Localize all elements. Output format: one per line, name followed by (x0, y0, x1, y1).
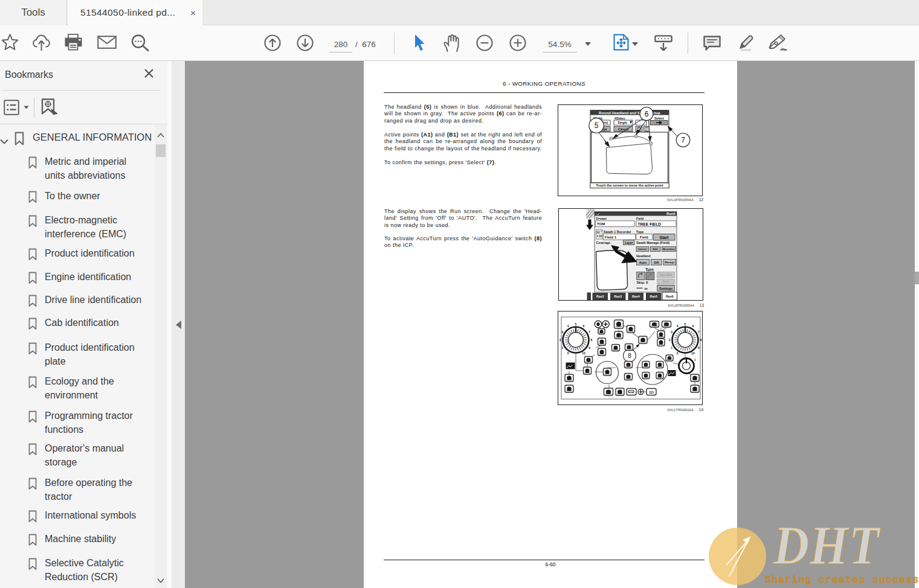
svg-text:1: 1 (694, 359, 696, 362)
svg-text:Manage: Manage (665, 261, 675, 264)
svg-text:2: 2 (669, 338, 671, 342)
svg-text:Field: Field (640, 235, 648, 239)
svg-text:Settings: Settings (659, 287, 672, 290)
svg-text:Layer: Layer (625, 241, 633, 244)
svg-text:Run3: Run3 (614, 295, 622, 298)
svg-text:#Sides: #Sides (614, 117, 625, 120)
svg-text:Edit: Edit (653, 248, 659, 251)
svg-text:5: 5 (575, 322, 577, 326)
svg-text:6: 6 (692, 324, 694, 328)
svg-text:Headland: Headland (636, 254, 650, 258)
svg-text:Field: Field (636, 217, 643, 220)
svg-text:Boundary: Boundary (663, 248, 675, 251)
svg-text:8: 8 (700, 338, 701, 342)
svg-text:Swath 1 Recorder: Swath 1 Recorder (604, 230, 631, 234)
svg-text:Run5: Run5 (650, 295, 657, 298)
svg-text:315: 315 (649, 391, 654, 394)
svg-text:Grower: Grower (596, 217, 607, 220)
svg-text:Auto: Auto (663, 280, 669, 283)
svg-text:8: 8 (628, 353, 631, 359)
svg-text:Coverage: Coverage (596, 241, 611, 244)
svg-text:5: 5 (595, 121, 599, 130)
svg-text:1: 1 (561, 346, 563, 350)
svg-text:Interior: Interior (638, 248, 647, 251)
svg-text:m: m (645, 287, 648, 290)
svg-text:4: 4 (567, 324, 569, 328)
svg-text:5: 5 (685, 322, 686, 326)
svg-text:1: 1 (671, 346, 672, 350)
svg-text:10: 10 (582, 351, 585, 355)
svg-text:Run6: Run6 (666, 295, 674, 298)
svg-text:3: 3 (671, 330, 672, 334)
svg-text:7: 7 (681, 136, 685, 144)
svg-text:Single: Single (618, 121, 627, 124)
svg-text:Swath Manage (Field): Swath Manage (Field) (636, 241, 669, 244)
svg-text:Touch the screen to move the a: Touch the screen to move the active poin… (596, 184, 663, 187)
svg-text:4: 4 (677, 324, 679, 328)
svg-text:8: 8 (590, 338, 592, 342)
svg-text:0: 0 (677, 351, 679, 355)
svg-text:Turn Now: Turn Now (660, 273, 672, 276)
svg-text:Off: Off (654, 261, 659, 264)
svg-text:6: 6 (645, 110, 649, 118)
svg-text:7: 7 (588, 330, 590, 334)
svg-text:Turn: Turn (645, 267, 654, 272)
svg-text:Skip: 0: Skip: 0 (637, 281, 648, 284)
svg-text:0: 0 (567, 351, 569, 355)
svg-text:9: 9 (698, 346, 700, 350)
svg-text:Select: Select (654, 117, 664, 120)
svg-text:9: 9 (588, 346, 590, 350)
svg-text:10: 10 (691, 351, 695, 355)
svg-text:Run2: Run2 (596, 295, 604, 298)
svg-text:TREE FIELD: TREE FIELD (638, 222, 662, 226)
svg-text:3: 3 (561, 330, 563, 334)
svg-text:Field 1: Field 1 (605, 235, 617, 239)
svg-text:2: 2 (559, 338, 561, 342)
svg-text:Run6: Run6 (666, 212, 676, 216)
svg-text:Type: Type (636, 230, 643, 234)
svg-text:Auto: Auto (639, 261, 647, 264)
svg-text:6: 6 (583, 324, 585, 328)
svg-text:TOM: TOM (597, 222, 605, 226)
svg-text:7: 7 (698, 330, 700, 334)
svg-text:Start: Start (659, 235, 669, 240)
svg-text:Run4: Run4 (632, 295, 640, 298)
